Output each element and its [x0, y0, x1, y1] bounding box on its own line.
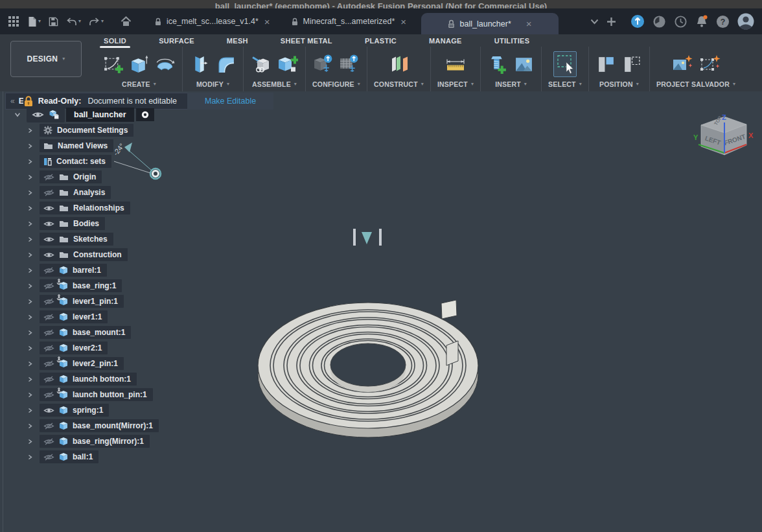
construct-menu[interactable]: CONSTRUCT▾	[374, 80, 424, 91]
configure-menu[interactable]: CONFIGURE▾	[312, 80, 360, 91]
project-salvador-menu[interactable]: PROJECT SALVADOR▾	[656, 80, 735, 91]
salvador-image-button[interactable]	[671, 53, 694, 76]
tree-item[interactable]: ball:1	[0, 449, 220, 465]
tree-item[interactable]: base_mount(Mirror):1	[0, 418, 220, 434]
construct-plane-button[interactable]	[388, 54, 410, 75]
joint-button[interactable]	[250, 54, 272, 75]
visibility-eye-icon[interactable]	[43, 251, 54, 259]
chevron-down-icon[interactable]	[14, 111, 27, 118]
visibility-eye-icon[interactable]	[43, 454, 54, 461]
visibility-eye-icon[interactable]	[43, 267, 54, 274]
visibility-eye-icon[interactable]	[43, 391, 54, 399]
job-status-icon[interactable]	[630, 14, 645, 29]
slider-triangle-icon[interactable]	[362, 232, 372, 244]
revert-position-button[interactable]	[621, 54, 643, 75]
expand-chevron-icon[interactable]	[27, 221, 40, 227]
configure-button[interactable]	[313, 53, 334, 75]
extensions-icon[interactable]	[652, 15, 666, 29]
document-tab[interactable]: Minecraft_s...ameterized* ×	[284, 8, 415, 34]
insert-fastener-button[interactable]	[487, 54, 509, 75]
close-tab-icon[interactable]: ×	[525, 18, 533, 29]
close-tab-icon[interactable]: ×	[263, 16, 271, 27]
visibility-eye-icon[interactable]	[43, 376, 54, 383]
new-tab-plus-icon[interactable]	[606, 17, 616, 27]
visibility-eye-icon[interactable]	[43, 220, 54, 227]
extrude-button[interactable]	[128, 54, 150, 75]
expand-chevron-icon[interactable]	[27, 314, 40, 320]
undo-button[interactable]: ▾	[66, 17, 81, 26]
tree-item[interactable]: Bodies	[0, 216, 220, 231]
select-tool-button[interactable]	[553, 51, 577, 77]
visibility-eye-icon[interactable]	[43, 283, 54, 290]
dropdown-caret-icon[interactable]: ▾	[101, 19, 104, 24]
tree-root-row[interactable]: ball_launcher	[0, 107, 220, 122]
tree-item[interactable]: barrel:1	[0, 262, 220, 278]
expand-chevron-icon[interactable]	[27, 252, 40, 258]
ribbon-tab-sheet-metal[interactable]: SHEET METAL	[279, 36, 334, 46]
tree-root-label[interactable]: ball_launcher	[66, 108, 134, 122]
tree-item[interactable]: base_ring(Mirror):1	[0, 434, 220, 449]
ribbon-tab-mesh[interactable]: MESH	[225, 36, 249, 46]
visibility-eye-icon[interactable]	[43, 360, 54, 367]
tree-item[interactable]: Relationships	[0, 200, 220, 216]
tree-item[interactable]: Sketches	[0, 231, 220, 247]
tree-item[interactable]: lever1_pin:1	[0, 294, 220, 309]
modify-menu[interactable]: MODIFY▾	[196, 80, 229, 91]
user-avatar[interactable]	[737, 13, 754, 30]
tree-item[interactable]: spring:1	[0, 402, 220, 418]
visibility-eye-icon[interactable]	[43, 407, 54, 414]
press-pull-button[interactable]	[189, 54, 211, 75]
insert-menu[interactable]: INSERT▾	[495, 80, 527, 91]
visibility-eye-icon[interactable]	[43, 298, 54, 305]
expand-chevron-icon[interactable]	[27, 159, 40, 165]
inspect-menu[interactable]: INSPECT▾	[437, 80, 474, 91]
create-menu[interactable]: CREATE▾	[122, 80, 156, 91]
expand-chevron-icon[interactable]	[27, 174, 40, 180]
expand-chevron-icon[interactable]	[27, 190, 40, 196]
expand-chevron-icon[interactable]	[27, 330, 40, 336]
expand-chevron-icon[interactable]	[27, 376, 40, 382]
new-component-button[interactable]	[277, 54, 299, 75]
expand-chevron-icon[interactable]	[27, 283, 40, 289]
collapse-panel-icon[interactable]: «	[6, 97, 19, 106]
document-tab-active[interactable]: ball_launcher* ×	[421, 13, 559, 34]
expand-chevron-icon[interactable]	[27, 128, 40, 133]
tree-item[interactable]: lever1:1	[0, 309, 220, 325]
view-cube[interactable]: TOP LEFT FRONT Y X Z	[684, 106, 754, 170]
configuration-table-button[interactable]	[339, 53, 360, 75]
notifications-bell-icon[interactable]	[695, 14, 708, 29]
expand-chevron-icon[interactable]	[27, 454, 40, 460]
visibility-eye-icon[interactable]	[43, 329, 54, 336]
tree-item[interactable]: base_mount:1	[0, 325, 220, 340]
workspace-selector[interactable]: DESIGN ▾	[10, 41, 82, 77]
tree-item[interactable]: Analysis	[0, 185, 220, 200]
job-history-clock-icon[interactable]	[674, 15, 687, 29]
tab-list-chevron-icon[interactable]	[590, 19, 599, 25]
tree-item[interactable]: lever2_pin:1	[0, 356, 220, 371]
tree-item[interactable]: Document Settings	[0, 122, 220, 138]
select-menu[interactable]: SELECT▾	[548, 80, 582, 91]
dropdown-caret-icon[interactable]: ▾	[38, 19, 41, 24]
document-tab[interactable]: ice_melt_sc...lease_v1.4* ×	[147, 8, 279, 34]
revolve-button[interactable]	[154, 54, 176, 75]
tree-item[interactable]: launch botton:1	[0, 371, 220, 387]
tree-item[interactable]: base_ring:1	[0, 278, 220, 294]
spring-model[interactable]	[255, 292, 489, 443]
expand-chevron-icon[interactable]	[27, 392, 40, 398]
expand-chevron-icon[interactable]	[27, 408, 40, 413]
expand-chevron-icon[interactable]	[27, 439, 40, 445]
ribbon-tab-plastic[interactable]: PLASTIC	[364, 36, 398, 46]
app-grid-icon[interactable]	[8, 16, 19, 27]
3d-viewport[interactable]: « E Read-Only: Document is not editable …	[0, 91, 762, 532]
expand-chevron-icon[interactable]	[27, 361, 40, 367]
expand-chevron-icon[interactable]	[27, 423, 40, 429]
ground-indicator-icon[interactable]	[136, 108, 154, 121]
visibility-eye-icon[interactable]	[43, 438, 54, 445]
tree-item[interactable]: launch button_pin:1	[0, 387, 220, 402]
visibility-eye-icon[interactable]	[43, 345, 54, 352]
expand-chevron-icon[interactable]	[27, 143, 40, 149]
create-sketch-button[interactable]	[102, 54, 124, 75]
home-view-button[interactable]	[121, 16, 132, 27]
insert-canvas-button[interactable]	[513, 54, 535, 75]
visibility-eye-icon[interactable]	[43, 189, 54, 196]
